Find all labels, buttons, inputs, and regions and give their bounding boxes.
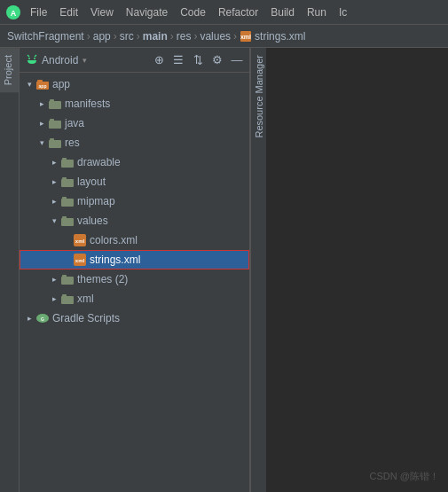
menu-bar: File Edit View Navigate Code Refactor Bu… (25, 4, 352, 20)
xml-folder-icon (60, 292, 75, 306)
tree-item-manifests[interactable]: manifests (20, 94, 249, 113)
file-tree: app app manifests java (20, 73, 249, 492)
menu-refactor[interactable]: Refactor (213, 4, 263, 20)
tree-item-java[interactable]: java (20, 113, 249, 133)
layout-folder-icon (60, 175, 75, 189)
app-label: app (52, 78, 70, 90)
toolbar-icons: ⊕ ☰ ⇅ ⚙ — (152, 53, 244, 67)
breadcrumb-app[interactable]: app (93, 30, 111, 43)
svg-rect-29 (61, 277, 74, 285)
tree-item-layout[interactable]: layout (20, 172, 249, 191)
menu-file[interactable]: File (25, 4, 52, 20)
strings-xml-icon: xml (240, 30, 252, 43)
breadcrumb-bar: SwitchFragment › app › src › main › res … (0, 25, 448, 48)
svg-rect-32 (62, 294, 67, 297)
svg-rect-9 (37, 80, 43, 82)
svg-rect-18 (62, 158, 67, 160)
expand-themes-icon (48, 273, 60, 285)
svg-rect-22 (62, 197, 67, 199)
app-logo-icon: A (5, 4, 21, 20)
breadcrumb-src[interactable]: src (120, 30, 134, 43)
project-tab[interactable]: Project (0, 48, 19, 92)
breadcrumb-main[interactable]: main (143, 30, 168, 43)
mipmap-folder-icon (60, 194, 75, 208)
svg-text:xml: xml (75, 238, 85, 244)
expand-drawable-icon (48, 156, 60, 168)
svg-text:G: G (41, 316, 44, 322)
gradle-icon: G (35, 311, 50, 325)
strings-xml-tree-icon: xml (73, 253, 87, 267)
android-dropdown[interactable]: Android ▾ (25, 53, 87, 67)
svg-line-7 (35, 55, 36, 57)
java-label: java (65, 117, 84, 129)
svg-rect-15 (49, 140, 61, 148)
breadcrumb-sep-6: › (233, 30, 237, 43)
menu-view[interactable]: View (85, 4, 119, 20)
svg-rect-24 (62, 216, 67, 219)
values-folder-icon (60, 214, 75, 228)
breadcrumb-sep-3: › (137, 30, 140, 43)
content-area: CSDN @陈锴！ (266, 48, 448, 492)
svg-point-4 (28, 58, 30, 59)
menu-navigate[interactable]: Navigate (121, 4, 173, 20)
tree-item-strings[interactable]: xml strings.xml (20, 250, 249, 269)
resource-manager-tab[interactable]: Resource Manager (250, 48, 266, 492)
panel-toolbar: Android ▾ ⊕ ☰ ⇅ ⚙ — (20, 48, 249, 73)
breadcrumb-sep-1: › (87, 30, 90, 43)
watermark: CSDN @陈锴！ (370, 470, 439, 483)
tree-item-xml[interactable]: xml (20, 289, 249, 308)
tree-item-gradle[interactable]: G Gradle Scripts (20, 308, 249, 328)
dropdown-arrow-icon: ▾ (83, 56, 87, 65)
app-folder-icon: app (35, 77, 50, 91)
android-icon (25, 53, 39, 67)
tree-item-mipmap[interactable]: mipmap (20, 191, 249, 211)
tree-item-values[interactable]: values (20, 211, 249, 230)
sort-icon[interactable]: ⇅ (191, 53, 205, 67)
menu-ic[interactable]: Ic (334, 4, 352, 20)
gear-icon[interactable]: ⚙ (210, 53, 224, 67)
menu-run[interactable]: Run (302, 4, 332, 20)
svg-rect-14 (50, 119, 54, 121)
tree-item-app[interactable]: app app (20, 74, 249, 94)
expand-values-icon (48, 215, 60, 227)
tree-item-colors[interactable]: xml colors.xml (20, 230, 249, 250)
svg-rect-11 (49, 101, 61, 109)
menu-edit[interactable]: Edit (54, 4, 83, 20)
java-folder-icon (48, 116, 62, 130)
res-folder-icon (48, 136, 62, 150)
android-label: Android (42, 54, 78, 66)
tree-item-themes[interactable]: themes (2) (20, 269, 249, 289)
res-label: res (65, 137, 80, 149)
svg-rect-20 (62, 177, 67, 180)
svg-point-5 (34, 58, 35, 59)
values-label: values (77, 215, 108, 227)
minimize-icon[interactable]: — (230, 53, 244, 67)
expand-gradle-icon (23, 312, 35, 324)
tree-item-drawable[interactable]: drawable (20, 152, 249, 172)
left-side-tabs: Project (0, 48, 20, 492)
gradle-label: Gradle Scripts (52, 312, 120, 324)
svg-text:A: A (11, 9, 17, 18)
breadcrumb-switchfragment[interactable]: SwitchFragment (7, 30, 84, 43)
colors-xml-icon: xml (73, 233, 87, 247)
title-bar: A File Edit View Navigate Code Refactor … (0, 0, 448, 25)
strings-label: strings.xml (90, 254, 140, 266)
breadcrumb-sep-2: › (114, 30, 117, 43)
svg-rect-13 (49, 121, 61, 129)
breadcrumb-res[interactable]: res (177, 30, 192, 43)
menu-build[interactable]: Build (265, 4, 300, 20)
mipmap-label: mipmap (77, 195, 115, 207)
layout-label: layout (77, 176, 106, 188)
svg-rect-30 (62, 275, 67, 277)
globe-icon[interactable]: ⊕ (152, 53, 166, 67)
expand-mipmap-icon (48, 195, 60, 207)
breadcrumb-values[interactable]: values (200, 30, 231, 43)
manifests-folder-icon (48, 97, 62, 111)
list-collapse-icon[interactable]: ☰ (171, 53, 185, 67)
breadcrumb-file[interactable]: xml strings.xml (240, 30, 305, 43)
menu-code[interactable]: Code (175, 4, 211, 20)
svg-text:xml: xml (75, 258, 85, 263)
colors-label: colors.xml (90, 234, 138, 246)
resource-manager-label[interactable]: Resource Manager (252, 48, 266, 145)
tree-item-res[interactable]: res (20, 133, 249, 152)
